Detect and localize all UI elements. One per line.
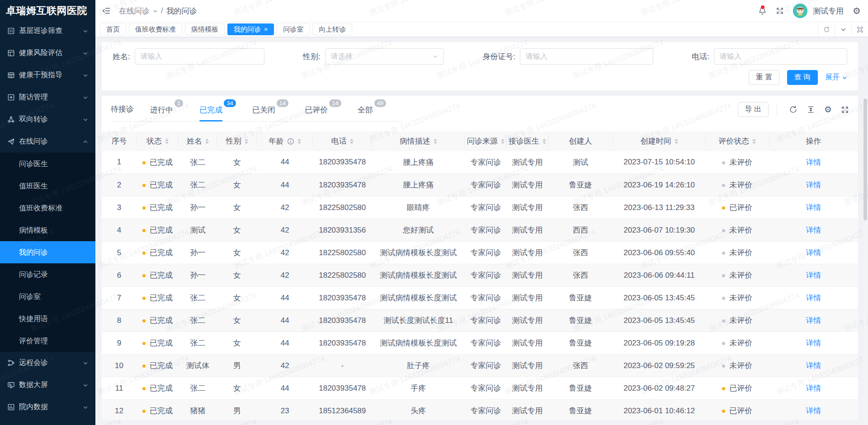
column-header-created[interactable]: 创建时间 <box>613 131 706 151</box>
sort-carets-icon[interactable] <box>205 139 209 144</box>
status-tab-in-progress[interactable]: 进行中1 <box>150 102 183 121</box>
sort-carets-icon[interactable] <box>165 139 169 144</box>
status-tab-completed[interactable]: 已完成34 <box>199 102 236 121</box>
sidebar-item-hospital-data[interactable]: 院内数据 <box>0 396 95 418</box>
column-header-source[interactable]: 问诊来源 <box>465 131 506 151</box>
sidebar-subitem-duty-fee-standard[interactable]: 值班收费标准 <box>0 197 95 219</box>
detail-link[interactable]: 详情 <box>806 203 821 212</box>
status-dot <box>142 274 146 277</box>
sidebar-subitem-condition-template[interactable]: 病情模板 <box>0 219 95 241</box>
detail-link[interactable]: 详情 <box>806 181 821 189</box>
expand-toggle[interactable]: 展开 <box>825 73 847 82</box>
detail-link[interactable]: 详情 <box>806 226 821 234</box>
close-tab-icon[interactable]: × <box>264 26 268 33</box>
sidebar-item-remote-consult[interactable]: 远程会诊 <box>0 352 95 374</box>
tabs-menu-chevron-icon[interactable] <box>835 22 851 37</box>
detail-link[interactable]: 详情 <box>806 158 821 167</box>
page-tab-home[interactable]: 首页 <box>100 23 126 35</box>
reset-button[interactable]: 重 置 <box>749 70 779 85</box>
column-header-phone[interactable]: 电话 <box>313 131 372 151</box>
vertical-scrollbar[interactable] <box>863 96 867 423</box>
detail-link[interactable]: 详情 <box>806 384 821 392</box>
sort-carets-icon[interactable] <box>501 139 505 144</box>
detail-link[interactable]: 详情 <box>806 316 821 325</box>
notification-bell-icon[interactable] <box>758 7 767 15</box>
sort-carets-icon[interactable] <box>542 139 546 144</box>
source-cell: 专家问诊 <box>465 219 506 242</box>
page-tab-duty-fee-standard[interactable]: 值班收费标准 <box>129 23 182 35</box>
sort-carets-icon[interactable] <box>675 139 678 144</box>
status-dot <box>142 206 146 210</box>
page-tab-my-consult[interactable]: 我的问诊× <box>227 23 274 35</box>
scrollbar-thumb[interactable] <box>863 98 867 220</box>
row-index: 7 <box>102 287 137 309</box>
sidebar-item-online-consult[interactable]: 在线问诊 <box>0 131 95 153</box>
page-tab-condition-template[interactable]: 病情模板 <box>185 23 225 35</box>
detail-link[interactable]: 详情 <box>806 339 821 347</box>
sidebar-subitem-consult-record[interactable]: 问诊记录 <box>0 263 95 285</box>
sort-carets-icon[interactable] <box>752 139 756 144</box>
sidebar-subitem-quick-phrases[interactable]: 快捷用语 <box>0 308 95 330</box>
phone-cell: 18203935478 <box>313 174 372 196</box>
status-tab-closed[interactable]: 已关闭14 <box>252 102 288 121</box>
fullscreen-icon[interactable] <box>776 7 784 15</box>
phone-input[interactable] <box>720 52 841 61</box>
column-header-review[interactable]: 评价状态 <box>706 131 769 151</box>
sidebar-item-two-way-referral[interactable]: 双向转诊 <box>0 108 95 131</box>
sidebar-item-risk-assessment[interactable]: 健康风险评估 <box>0 42 95 64</box>
chevron-down-icon <box>433 54 438 59</box>
detail-link[interactable]: 详情 <box>806 406 821 415</box>
sort-carets-icon[interactable] <box>245 139 248 144</box>
page-tab-upward-referral[interactable]: 向上转诊 <box>312 23 352 35</box>
sidebar-subitem-duty-doctor[interactable]: 值班医生 <box>0 175 95 197</box>
refresh-table-icon[interactable] <box>789 105 797 114</box>
sidebar-item-intervention-guidance[interactable]: 健康干预指导 <box>0 64 95 86</box>
status-tab-all[interactable]: 全部49 <box>358 102 386 121</box>
column-header-name[interactable]: 姓名 <box>179 131 217 151</box>
status-tab-pending[interactable]: 待接诊 <box>111 102 134 121</box>
sort-carets-icon[interactable] <box>297 139 301 144</box>
search-button[interactable]: 查 询 <box>787 70 818 85</box>
refresh-tabs-icon[interactable] <box>818 22 835 37</box>
sidebar-item-data-screen[interactable]: 数据大屏 <box>0 374 95 396</box>
detail-link[interactable]: 详情 <box>806 248 821 257</box>
user-avatar[interactable] <box>793 4 807 18</box>
sidebar-subitem-consult-doctor[interactable]: 问诊医生 <box>0 153 95 175</box>
sort-carets-icon[interactable] <box>350 139 354 144</box>
export-button[interactable]: 导 出 <box>738 102 769 117</box>
menu-collapse-icon[interactable] <box>102 6 111 15</box>
table-row: 12已完成猪猪男2318512364589头疼专家问诊测试专用鲁亚婕2023-0… <box>102 400 858 420</box>
settings-gear-icon[interactable]: ⚙ <box>853 6 861 15</box>
sidebar-item-screening[interactable]: 基层巡诊筛查 <box>0 20 95 42</box>
user-name[interactable]: 测试专用 <box>813 6 844 16</box>
sidebar-subitem-consult-room[interactable]: 问诊室 <box>0 285 95 308</box>
breadcrumb-parent[interactable]: 在线问诊 <box>119 6 150 16</box>
sort-carets-icon[interactable] <box>434 139 437 144</box>
info-circle-icon[interactable] <box>287 138 294 145</box>
gender-select[interactable]: 请选择 <box>325 48 444 65</box>
status-dot <box>142 297 146 300</box>
column-header-status[interactable]: 状态 <box>137 131 179 151</box>
name-input[interactable] <box>141 52 259 61</box>
id-number-input[interactable] <box>526 52 647 61</box>
detail-link[interactable]: 详情 <box>806 361 821 370</box>
table-fullscreen-icon[interactable] <box>841 106 849 114</box>
detail-link[interactable]: 详情 <box>806 294 821 302</box>
status-tab-reviewed[interactable]: 已评价14 <box>305 102 341 121</box>
sidebar-subitem-review-manage[interactable]: 评价管理 <box>0 330 95 352</box>
table-row: 9已完成张二女4418203935478测试病情模板长度测试专家问诊测试专用鲁亚… <box>102 332 858 355</box>
creator-cell: 鲁亚婕 <box>548 287 613 309</box>
column-header-gender[interactable]: 性别 <box>217 131 257 151</box>
page-tab-consult-room[interactable]: 问诊室 <box>277 23 310 35</box>
action-cell: 详情 <box>769 174 858 196</box>
table-settings-gear-icon[interactable]: ⚙ <box>824 105 832 114</box>
sidebar-item-follow-up[interactable]: 随访管理 <box>0 86 95 108</box>
column-header-age[interactable]: 年龄 <box>257 131 313 151</box>
sidebar-subitem-my-consult[interactable]: 我的问诊 <box>0 241 95 263</box>
column-header-desc[interactable]: 病情描述 <box>372 131 465 151</box>
chevron-down-icon <box>83 51 88 56</box>
maximize-view-icon[interactable] <box>851 22 868 37</box>
detail-link[interactable]: 详情 <box>806 271 821 280</box>
row-density-icon[interactable] <box>807 105 815 114</box>
column-header-doctor[interactable]: 接诊医生 <box>506 131 548 151</box>
